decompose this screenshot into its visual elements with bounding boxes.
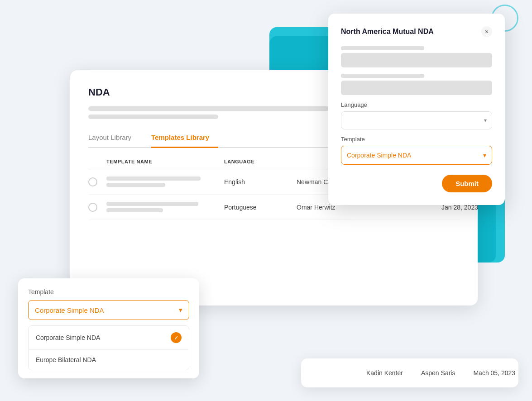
submit-button[interactable]: Submit <box>442 175 492 192</box>
template-selected-value: Corporate Simple NDA <box>347 152 411 159</box>
language-label: Language <box>341 101 492 108</box>
language-select[interactable]: English Portuguese <box>341 111 492 129</box>
col-language: LANGUAGE <box>224 159 297 164</box>
cell-date-3: Mach 05, 2023 <box>473 369 515 377</box>
skeleton-line-2 <box>88 115 218 119</box>
dropdown-caret-icon: ▾ <box>179 306 182 314</box>
modal-title: North America Mutual NDA <box>341 28 434 36</box>
template-select-wrapper: Corporate Simple NDA ▾ <box>341 146 492 165</box>
dropdown-card: Template Corporate Simple NDA ▾ Corporat… <box>18 278 199 378</box>
sk-modal-2 <box>341 53 492 67</box>
template-caret-icon: ▾ <box>483 152 486 159</box>
modal-skeleton-mid <box>341 74 492 95</box>
radio-select-2[interactable] <box>88 203 97 212</box>
dropdown-option-1-label: Corporate Simple NDA <box>36 334 100 341</box>
nda-modal: North America Mutual NDA × Language Engl… <box>328 14 505 205</box>
cell-name-1 <box>106 177 224 187</box>
cell-contact-3: Aspen Saris <box>421 369 455 377</box>
dropdown-option-2-label: Europe Bilateral NDA <box>36 356 96 363</box>
dropdown-options-list: Corporate Simple NDA ✓ Europe Bilateral … <box>28 325 189 370</box>
radio-select-1[interactable] <box>88 177 97 186</box>
cell-language-2: Portuguese <box>224 204 297 211</box>
sk-4 <box>106 208 163 212</box>
cell-name-3-person: Kadin Kenter <box>366 369 403 377</box>
sk-1 <box>106 177 201 181</box>
col-template-name: TEMPLATE NAME <box>106 159 224 164</box>
dropdown-option-2[interactable]: Europe Bilateral NDA <box>29 350 189 370</box>
tab-layout[interactable]: Layout Library <box>88 129 140 148</box>
check-icon-1: ✓ <box>171 332 182 343</box>
dropdown-selected-box[interactable]: Corporate Simple NDA ▾ <box>28 300 189 320</box>
third-row-card: Kadin Kenter Aspen Saris Mach 05, 2023 <box>301 358 518 387</box>
sk-modal-4 <box>341 81 492 95</box>
sk-3 <box>106 202 198 206</box>
modal-skeleton-top <box>341 46 492 67</box>
sk-modal-3 <box>341 74 424 78</box>
template-label: Template <box>341 136 492 143</box>
dropdown-label: Template <box>28 288 189 296</box>
submit-row: Submit <box>341 175 492 192</box>
sk-2 <box>106 183 165 187</box>
tab-templates[interactable]: Templates Library <box>151 129 218 148</box>
dropdown-selected-text: Corporate Simple NDA <box>35 306 104 314</box>
dropdown-option-1[interactable]: Corporate Simple NDA ✓ <box>29 326 189 350</box>
language-select-wrapper: English Portuguese ▾ <box>341 111 492 129</box>
modal-close-button[interactable]: × <box>481 26 492 37</box>
cell-language-1: English <box>224 178 297 186</box>
skeleton-line-1 <box>88 106 330 111</box>
sk-modal-1 <box>341 46 424 50</box>
cell-name-2 <box>106 202 224 212</box>
modal-header: North America Mutual NDA × <box>341 26 492 37</box>
template-select-box[interactable]: Corporate Simple NDA ▾ <box>341 146 492 165</box>
